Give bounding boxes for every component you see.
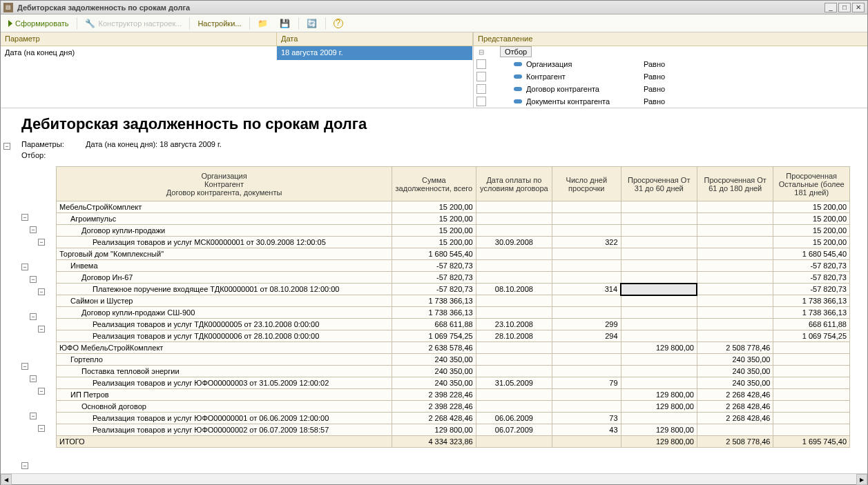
row-rest: 1 738 366,13 <box>773 307 850 319</box>
row-o31 <box>621 201 697 213</box>
table-row[interactable]: Реализация товаров и услуг ЮФО00000002 о… <box>57 424 850 436</box>
maximize-button[interactable]: □ <box>838 3 851 12</box>
tree-collapse-icon[interactable]: ⊟ <box>476 48 486 56</box>
table-row[interactable]: Реализация товаров и услуг МСК00000001 о… <box>57 237 850 248</box>
minimize-button[interactable]: _ <box>824 3 837 12</box>
table-row[interactable]: ЮФО МебельСтройКомплект2 638 578,46129 8… <box>57 342 850 354</box>
tree-collapse-button[interactable]: − <box>38 288 45 295</box>
row-sum: 1 738 366,13 <box>392 307 476 319</box>
designer-button[interactable]: 🔧 Конструктор настроек... <box>80 16 187 31</box>
row-sum: 1 069 754,25 <box>392 330 476 342</box>
row-name: Реализация товаров и услуг ТДК00000005 о… <box>57 319 392 330</box>
table-row[interactable]: Договор купли-продажи15 200,0015 200,00 <box>57 225 850 237</box>
filter-field-icon <box>514 87 522 91</box>
table-row[interactable]: Агроимпульс15 200,0015 200,00 <box>57 213 850 225</box>
params-panel: Параметр Дата Дата (на конец дня) 18 авг… <box>1 32 474 108</box>
toolbar-icon-2[interactable]: 💾 <box>275 16 296 31</box>
row-date <box>476 225 552 237</box>
filter-checkbox[interactable] <box>476 72 486 81</box>
params-header-param: Параметр <box>1 32 277 46</box>
tree-collapse-button[interactable]: − <box>21 363 28 370</box>
filters-header: Представление <box>474 32 867 46</box>
row-o31 <box>621 377 697 389</box>
row-rest <box>773 354 850 366</box>
close-button[interactable]: ✕ <box>852 3 865 12</box>
tree-collapse-button[interactable]: − <box>30 276 37 283</box>
settings-button[interactable]: Настройки... <box>193 16 246 31</box>
tree-collapse-button[interactable]: − <box>30 313 37 320</box>
param-value[interactable]: 18 августа 2009 г. <box>277 46 473 60</box>
app-window: ▤ Дебиторская задолженность по срокам до… <box>0 0 868 485</box>
tree-collapse-button[interactable]: − <box>38 425 45 432</box>
row-name: Саймон и Шустер <box>57 295 392 307</box>
table-row[interactable]: Платежное поручение входящее ТДК00000001… <box>57 284 850 295</box>
row-o61 <box>697 237 773 248</box>
tree-collapse-button[interactable]: − <box>21 264 28 270</box>
scroll-right-arrow[interactable]: ▶ <box>856 474 867 485</box>
row-rest: 1 738 366,13 <box>773 295 850 307</box>
toolbar: Сформировать 🔧 Конструктор настроек... Н… <box>1 14 867 32</box>
toolbar-icon-1[interactable]: 📁 <box>253 16 273 31</box>
row-sum: 1 738 366,13 <box>392 295 476 307</box>
form-button[interactable]: Сформировать <box>3 16 74 31</box>
filter-item[interactable]: ОрганизацияРавно <box>474 58 867 70</box>
table-row[interactable]: Поставка тепловой энергии240 350,00240 3… <box>57 366 850 377</box>
tree-collapse-button[interactable]: − <box>30 226 37 233</box>
table-row[interactable]: Торговый дом "Комплексный"1 680 545,401 … <box>57 248 850 260</box>
filter-item[interactable]: Договор контрагентаРавно <box>474 83 867 95</box>
tree-collapse-button[interactable]: − <box>21 462 28 469</box>
row-days <box>552 213 621 225</box>
total-row: ИТОГО4 334 323,86129 800,002 508 778,461… <box>57 436 850 448</box>
table-row[interactable]: Саймон и Шустер1 738 366,131 738 366,13 <box>57 295 850 307</box>
filter-otbor-row[interactable]: ⊟ Отбор <box>474 46 867 58</box>
row-days: 299 <box>552 319 621 330</box>
table-row[interactable]: ИП Петров2 398 228,46129 800,002 268 428… <box>57 389 850 401</box>
filter-checkbox[interactable] <box>476 84 486 94</box>
table-row[interactable]: Реализация товаров и услуг ТДК00000006 о… <box>57 330 850 342</box>
row-sum: -57 820,73 <box>392 260 476 272</box>
horizontal-scrollbar[interactable]: ◀ ▶ <box>1 473 867 484</box>
row-o31 <box>621 413 697 424</box>
filter-checkbox[interactable] <box>476 97 486 106</box>
report-collapse-all[interactable]: − <box>3 143 10 150</box>
toolbar-icon-3[interactable]: 🔄 <box>302 16 322 31</box>
table-row[interactable]: Основной договор2 398 228,46129 800,002 … <box>57 401 850 413</box>
app-icon: ▤ <box>3 3 13 12</box>
table-row[interactable]: Гортепло240 350,00240 350,00 <box>57 354 850 366</box>
table-row[interactable]: Инвема-57 820,73-57 820,73 <box>57 260 850 272</box>
scroll-track[interactable] <box>12 474 856 484</box>
row-o61 <box>697 284 773 295</box>
table-row[interactable]: Реализация товаров и услуг ЮФО00000001 о… <box>57 413 850 424</box>
scroll-left-arrow[interactable]: ◀ <box>1 474 12 485</box>
tree-collapse-button[interactable]: − <box>30 375 37 382</box>
help-button[interactable]: ? <box>329 16 348 31</box>
table-row[interactable]: Реализация товаров и услуг ТДК00000005 о… <box>57 319 850 330</box>
table-row[interactable]: Договор Ин-67-57 820,73-57 820,73 <box>57 272 850 284</box>
row-sum: 15 200,00 <box>392 201 476 213</box>
tree-collapse-button[interactable]: − <box>21 214 28 221</box>
row-date <box>476 201 552 213</box>
toolbar-separator <box>77 17 77 30</box>
col-overdue61: Просроченная От 61 до 180 дней <box>697 167 773 201</box>
tree-collapse-button[interactable]: − <box>38 326 45 333</box>
filter-item[interactable]: КонтрагентРавно <box>474 70 867 83</box>
row-sum: 2 398 228,46 <box>392 389 476 401</box>
row-o31 <box>621 248 697 260</box>
tree-collapse-button[interactable]: − <box>38 388 45 395</box>
table-row[interactable]: МебельСтройКомплект15 200,0015 200,00 <box>57 201 850 213</box>
row-sum: 240 350,00 <box>392 366 476 377</box>
total-sum: 4 334 323,86 <box>392 436 476 448</box>
row-o61: 2 268 428,46 <box>697 413 773 424</box>
tree-collapse-button[interactable]: − <box>38 239 45 246</box>
report-area[interactable]: − Дебиторская задолженность по срокам до… <box>1 108 867 473</box>
row-name: Реализация товаров и услуг ЮФО00000001 о… <box>57 413 392 424</box>
row-days <box>552 366 621 377</box>
table-row[interactable]: Реализация товаров и услуг ЮФО00000003 о… <box>57 377 850 389</box>
filter-item[interactable]: Документы контрагентаРавно <box>474 95 867 108</box>
row-rest <box>773 342 850 354</box>
table-row[interactable]: Договор купли-продажи СШ-9001 738 366,13… <box>57 307 850 319</box>
tree-collapse-button[interactable]: − <box>30 413 37 419</box>
filter-checkbox[interactable] <box>476 59 486 69</box>
param-row[interactable]: Дата (на конец дня) 18 августа 2009 г. <box>1 46 473 60</box>
row-name: Инвема <box>57 260 392 272</box>
